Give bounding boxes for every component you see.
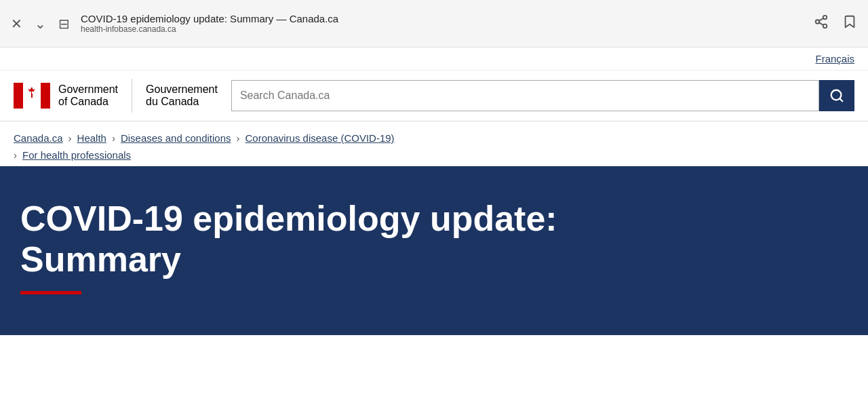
hero-underline (20, 291, 81, 294)
svg-line-4 (819, 18, 823, 21)
hero-section: COVID-19 epidemiology update: Summary (0, 166, 868, 335)
gov-name-en-line2: of Canada (58, 96, 118, 108)
breadcrumb-row2: › For health professionals (14, 149, 854, 161)
gov-logo: Government of Canada Gouvernement du Can… (14, 79, 218, 113)
breadcrumb-separator-3: › (237, 132, 240, 144)
gov-name-en: Government of Canada (58, 83, 118, 108)
gov-header: Government of Canada Gouvernement du Can… (0, 71, 868, 121)
svg-rect-8 (31, 94, 33, 98)
gov-name-fr: Gouvernement du Canada (146, 83, 218, 108)
gov-name-fr-line1: Gouvernement (146, 83, 218, 96)
gov-name-en-line1: Government (58, 83, 118, 96)
svg-line-10 (840, 98, 842, 101)
language-bar: Français (0, 47, 868, 71)
breadcrumb-chevron-icon: › (14, 149, 17, 161)
breadcrumb-health-professionals[interactable]: For health professionals (22, 149, 131, 161)
filter-icon[interactable]: ⊟ (58, 16, 70, 32)
search-area (231, 80, 854, 111)
search-icon (829, 88, 844, 103)
breadcrumb-health[interactable]: Health (77, 132, 106, 144)
breadcrumb-section: Canada.ca › Health › Diseases and condit… (0, 121, 868, 166)
chevron-down-icon[interactable]: ⌄ (35, 16, 46, 32)
browser-page-title: COVID-19 epidemiology update: Summary — … (81, 13, 803, 24)
share-icon[interactable] (814, 14, 829, 33)
browser-actions (814, 14, 857, 33)
hero-title: COVID-19 epidemiology update: Summary (20, 199, 631, 280)
bookmark-icon[interactable] (842, 14, 857, 33)
svg-rect-7 (41, 83, 50, 109)
search-button[interactable] (819, 80, 854, 111)
breadcrumb-coronavirus[interactable]: Coronavirus disease (COVID-19) (245, 132, 395, 144)
svg-line-3 (819, 22, 823, 25)
browser-url: health-infobase.canada.ca (81, 24, 803, 34)
close-icon[interactable]: ✕ (11, 16, 22, 32)
breadcrumb-separator-2: › (112, 132, 115, 144)
gov-divider (132, 79, 132, 113)
svg-rect-5 (14, 83, 23, 109)
breadcrumb: Canada.ca › Health › Diseases and condit… (14, 132, 854, 144)
browser-title-area: COVID-19 epidemiology update: Summary — … (81, 13, 803, 34)
search-input[interactable] (231, 80, 819, 111)
francais-link[interactable]: Français (815, 53, 854, 64)
breadcrumb-diseases[interactable]: Diseases and conditions (121, 132, 231, 144)
browser-chrome: ✕ ⌄ ⊟ COVID-19 epidemiology update: Summ… (0, 0, 868, 47)
breadcrumb-canada-ca[interactable]: Canada.ca (14, 132, 63, 144)
gov-name-fr-line2: du Canada (146, 96, 218, 108)
browser-controls: ✕ ⌄ ⊟ (11, 16, 70, 32)
breadcrumb-separator-1: › (68, 132, 72, 144)
canada-flag (14, 83, 50, 109)
